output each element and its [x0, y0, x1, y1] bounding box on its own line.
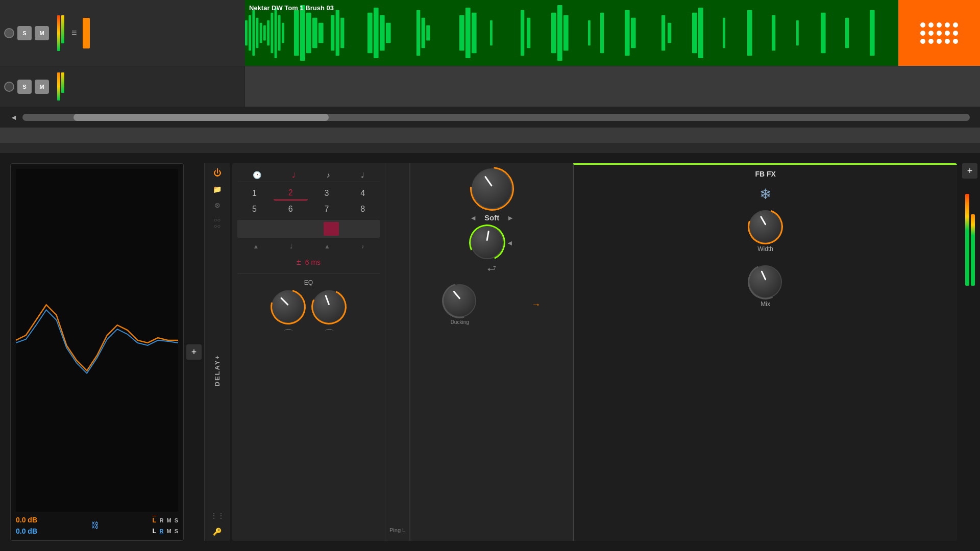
green-knob-arrow: ◄	[506, 239, 513, 247]
mute-button-2[interactable]: M	[35, 80, 49, 94]
svg-rect-14	[312, 18, 317, 48]
num-btn-8[interactable]: 8	[346, 203, 380, 216]
soft-section: ◄ Soft ► ◄ ⮐	[415, 168, 568, 274]
add-right-button[interactable]: +	[962, 163, 977, 179]
m-btn-2[interactable]: M	[166, 528, 171, 534]
soft-nav-left[interactable]: ◄	[470, 214, 477, 222]
scrollbar-thumb[interactable]	[74, 114, 329, 121]
soft-nav-right[interactable]: ►	[507, 214, 514, 222]
freeze-icon[interactable]: ❄	[760, 186, 771, 202]
svg-rect-3	[256, 18, 259, 48]
scroll-left-arrow[interactable]: ◄	[10, 113, 17, 121]
add-plugin-button[interactable]: +	[186, 344, 202, 360]
return-icon[interactable]: ⮐	[487, 263, 497, 274]
key-icon[interactable]: 🔑	[213, 528, 222, 536]
svg-rect-49	[870, 10, 875, 56]
solo-button-1[interactable]: S	[17, 26, 32, 40]
daw-top-area: S M ≡ Nektar DW Tom 1 Brush 03	[0, 0, 980, 143]
scrollbar-track[interactable]	[22, 114, 970, 121]
ducking-knob[interactable]	[443, 284, 476, 317]
clock-icon[interactable]: 🕐	[253, 171, 261, 179]
svg-rect-44	[747, 10, 752, 56]
mute-button-1[interactable]: M	[35, 26, 49, 40]
svg-rect-2	[252, 10, 255, 56]
num-btn-7[interactable]: 7	[310, 203, 344, 216]
s-btn-1[interactable]: S	[175, 517, 178, 523]
pos-arrow-left-1[interactable]: ▲	[253, 243, 259, 250]
r-btn-2[interactable]: R	[160, 528, 164, 534]
soft-knob[interactable]	[472, 168, 512, 209]
eq-knob-2[interactable]	[312, 290, 346, 323]
record-button[interactable]	[4, 28, 14, 38]
position-marker	[324, 222, 339, 236]
eq-curve-icon-2: ⌒	[324, 327, 334, 341]
svg-rect-34	[564, 15, 569, 51]
track-row-1: S M ≡ Nektar DW Tom 1 Brush 03	[0, 0, 980, 66]
plugin-strip: ⏻ 📁 ⊗ ○○○○ DELAY+ ⋮⋮ 🔑	[204, 163, 230, 541]
position-bar[interactable]	[237, 220, 380, 238]
pos-arrow-right-1[interactable]: ▲	[324, 243, 330, 250]
green-knob[interactable]	[471, 226, 504, 259]
add-plugin-area: +	[186, 163, 202, 541]
mix-knob[interactable]	[749, 265, 782, 298]
svg-rect-33	[557, 5, 562, 61]
r-btn-1[interactable]: R	[160, 517, 164, 523]
width-knob[interactable]	[749, 210, 782, 243]
svg-rect-9	[278, 15, 281, 51]
db-orange-value: 0.0 dB	[16, 516, 37, 524]
position-arrows: ▲ ♩ ▲ ♪	[237, 242, 380, 251]
link-circles-icon[interactable]: ⊗	[214, 201, 220, 209]
folder-icon[interactable]: 📁	[213, 185, 222, 193]
svg-rect-22	[386, 23, 391, 43]
io-circles-icon[interactable]: ○○○○	[214, 217, 220, 229]
record-button-2[interactable]	[4, 82, 14, 92]
num-btn-5[interactable]: 5	[237, 203, 272, 216]
power-icon[interactable]: ⏻	[213, 168, 222, 178]
track-1-label: Nektar DW Tom 1 Brush 03	[249, 4, 334, 12]
svg-rect-17	[336, 10, 339, 56]
track-row-2: S M	[0, 66, 980, 107]
solo-button-2[interactable]: S	[17, 80, 32, 94]
brand-logo	[898, 0, 980, 66]
s-btn-2[interactable]: S	[175, 528, 178, 534]
note-icon-2[interactable]: ♩	[361, 171, 364, 179]
track-2-lane[interactable]	[245, 66, 980, 107]
svg-rect-16	[331, 15, 334, 51]
waveform-svg-1	[245, 0, 980, 66]
track-1-controls: S M ≡	[0, 0, 245, 66]
svg-rect-32	[551, 13, 556, 53]
grid-dots-icon[interactable]: ⋮⋮	[210, 512, 225, 520]
svg-rect-11	[294, 10, 299, 56]
plus-minus-icon: ±	[297, 258, 301, 267]
note-icon-red[interactable]: ♩	[292, 171, 296, 179]
timing-icons-row: 🕐 ♩ ♪ ♩	[237, 168, 380, 182]
scope-panel: 0.0 dB 0.0 dB ⛓ L R M S L R M S	[10, 163, 184, 541]
ducking-arrow-icon: →	[531, 299, 541, 310]
eq-knob-1[interactable]	[272, 290, 305, 323]
num-btn-2[interactable]: 2	[274, 186, 308, 201]
mix-container: Mix	[579, 265, 952, 308]
ducking-mix-row: Ducking →	[415, 284, 568, 325]
num-btn-6[interactable]: 6	[274, 203, 308, 216]
width-knob-wrapper	[749, 210, 782, 243]
svg-rect-40	[668, 23, 671, 43]
note-icon-1[interactable]: ♪	[327, 171, 330, 179]
fb-fx-label: FB FX	[579, 170, 952, 178]
link-icon[interactable]: ⛓	[91, 521, 99, 530]
svg-rect-45	[772, 15, 775, 51]
m-btn-1[interactable]: M	[166, 517, 171, 523]
num-btn-3[interactable]: 3	[310, 186, 344, 201]
menu-icon-1[interactable]: ≡	[71, 28, 77, 38]
pos-arrow-note-1[interactable]: ♩	[290, 243, 293, 250]
num-btn-4[interactable]: 4	[346, 186, 380, 201]
svg-rect-19	[368, 13, 373, 53]
eq-knobs-row: ⌒ ⌒	[242, 290, 375, 341]
green-knob-row: ◄	[471, 226, 513, 259]
ducking-container: Ducking	[443, 284, 476, 325]
pos-arrow-note-2[interactable]: ♪	[361, 243, 364, 250]
num-btn-1[interactable]: 1	[237, 186, 272, 201]
lr-row-2: L R M S	[153, 527, 178, 535]
svg-rect-30	[521, 10, 524, 56]
svg-rect-4	[260, 23, 262, 43]
track-1-lane[interactable]: Nektar DW Tom 1 Brush 03	[245, 0, 980, 66]
